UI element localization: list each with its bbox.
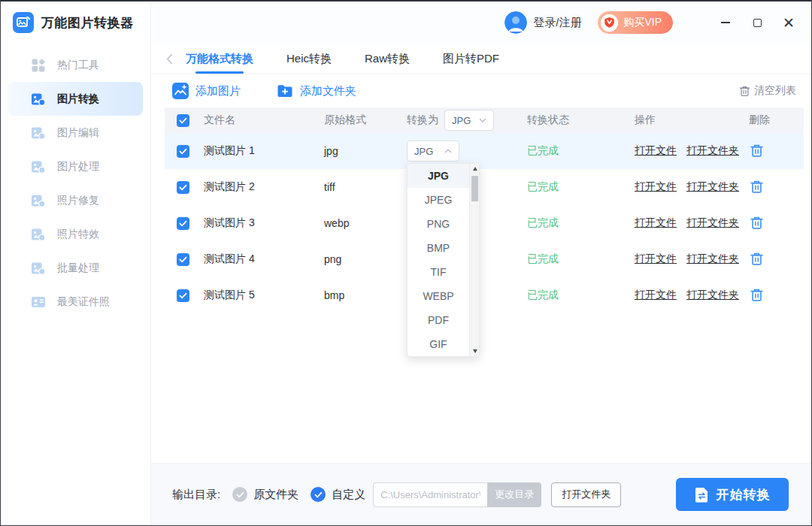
delete-row-button[interactable] (749, 215, 765, 231)
table-row: 测试图片 3 webp JPG 已完成 打开文件 打开文件夹 (165, 205, 804, 241)
sidebar-item-id-photo[interactable]: 最美证件照 (8, 285, 143, 319)
add-image-button[interactable]: 添加图片 (172, 83, 241, 99)
format-option-png[interactable]: PNG (408, 212, 469, 236)
row-checkbox[interactable] (177, 145, 189, 158)
row-format-select[interactable]: JPG (407, 141, 459, 162)
scrollbar-thumb[interactable] (471, 176, 478, 201)
table-row: 测试图片 4 png JPG 已完成 打开文件 打开文件夹 (165, 241, 804, 277)
tab-1[interactable]: Heic转换 (286, 44, 332, 74)
table-header: 文件名 原始格式 转换为 JPG 转换状态 操作 删除 (165, 107, 804, 133)
sidebar-nav: 热门工具 图片转换 图片编辑 图片处理 照片修复 (1, 44, 150, 319)
row-checkbox[interactable] (177, 253, 189, 266)
start-convert-button[interactable]: 开始转换 (676, 478, 789, 511)
back-button[interactable] (159, 44, 180, 74)
open-file-link[interactable]: 打开文件 (635, 180, 677, 194)
main-pane: 登录/注册 购买VIP ✕ 万能格式转换 (151, 2, 811, 525)
hot-tools-icon (31, 58, 46, 73)
tab-0[interactable]: 万能格式转换 (186, 44, 253, 74)
vip-shield-icon (601, 14, 618, 32)
row-checkbox[interactable] (177, 217, 189, 230)
batch-process-icon (31, 261, 46, 276)
add-image-icon (172, 83, 189, 99)
row-checkbox[interactable] (177, 289, 189, 302)
toolbar: 添加图片 添加文件夹 (151, 74, 811, 107)
sidebar-item-photo-repair[interactable]: 照片修复 (8, 183, 143, 217)
delete-row-button[interactable] (749, 179, 765, 195)
sidebar-item-label: 照片特效 (57, 228, 99, 241)
sidebar-item-image-edit[interactable]: 图片编辑 (8, 116, 143, 150)
open-folder-link[interactable]: 打开文件夹 (686, 252, 739, 266)
format-option-pdf[interactable]: PDF (408, 308, 469, 332)
status-badge: 已完成 (527, 180, 635, 194)
sidebar-item-label: 图片编辑 (57, 126, 99, 140)
global-format-select[interactable]: JPG (444, 110, 494, 131)
format-option-webp[interactable]: WEBP (408, 284, 469, 308)
delete-row-button[interactable] (749, 143, 765, 159)
format-option-gif[interactable]: GIF (408, 332, 469, 356)
trash-icon (749, 251, 765, 267)
status-badge: 已完成 (527, 216, 635, 230)
convert-doc-icon (695, 487, 709, 503)
sidebar-item-label: 图片处理 (57, 160, 99, 174)
scroll-up-arrow-icon[interactable] (470, 164, 480, 174)
minimize-button[interactable] (715, 12, 736, 33)
original-folder-label: 原文件夹 (253, 488, 298, 502)
add-folder-button[interactable]: 添加文件夹 (277, 83, 356, 98)
output-path-input[interactable] (373, 482, 487, 507)
tab-3[interactable]: 图片转PDF (443, 44, 499, 74)
buy-vip-button[interactable]: 购买VIP (598, 11, 673, 34)
add-folder-label: 添加文件夹 (300, 84, 356, 98)
format-option-jpeg[interactable]: JPEG (408, 188, 469, 212)
open-folder-link[interactable]: 打开文件夹 (686, 216, 739, 230)
open-folder-link[interactable]: 打开文件夹 (686, 144, 739, 158)
open-file-link[interactable]: 打开文件 (635, 289, 677, 302)
select-all-checkbox[interactable] (177, 114, 189, 127)
table-row: 测试图片 1 jpg JPG 已完成 打开文件 打开文件夹 (165, 133, 804, 169)
tab-2[interactable]: Raw转换 (365, 44, 410, 74)
sidebar-item-hot-tools[interactable]: 热门工具 (8, 48, 143, 82)
maximize-icon (753, 19, 762, 27)
chevron-left-icon (166, 53, 173, 65)
trash-icon (749, 179, 765, 195)
scroll-down-arrow-icon[interactable] (470, 346, 480, 356)
open-file-link[interactable]: 打开文件 (635, 216, 677, 230)
open-output-folder-button[interactable]: 打开文件夹 (551, 482, 621, 507)
maximize-button[interactable] (747, 12, 768, 33)
open-file-link[interactable]: 打开文件 (635, 144, 677, 158)
user-avatar-icon (504, 11, 527, 34)
open-folder-link[interactable]: 打开文件夹 (686, 180, 739, 194)
app-logo-row: 万能图片转换器 (1, 2, 150, 44)
sidebar-item-photo-effect[interactable]: 照片特效 (8, 217, 143, 251)
col-convert-to: 转换为 (407, 113, 438, 127)
clear-list-button[interactable]: 清空列表 (738, 84, 796, 98)
dropdown-scrollbar[interactable] (469, 164, 479, 356)
vip-label: 购买VIP (623, 16, 662, 29)
format-option-bmp[interactable]: BMP (408, 236, 469, 260)
sidebar-item-label: 热门工具 (57, 59, 99, 72)
format-option-jpg[interactable]: JPG (408, 164, 469, 188)
tabbar: 万能格式转换Heic转换Raw转换图片转PDF (151, 44, 811, 74)
sidebar-item-image-process[interactable]: 图片处理 (8, 150, 143, 183)
sidebar-item-image-convert[interactable]: 图片转换 (8, 82, 143, 116)
login-button[interactable]: 登录/注册 (504, 11, 581, 34)
change-dir-button[interactable]: 更改目录 (487, 482, 541, 507)
delete-row-button[interactable] (749, 287, 765, 304)
row-checkbox[interactable] (177, 181, 189, 194)
photo-effect-icon (31, 227, 46, 242)
col-source-format: 原始格式 (324, 113, 407, 127)
original-folder-option[interactable]: 原文件夹 (232, 487, 298, 502)
delete-row-button[interactable] (749, 251, 765, 268)
open-folder-link[interactable]: 打开文件夹 (686, 289, 739, 302)
open-file-link[interactable]: 打开文件 (635, 252, 677, 266)
login-label: 登录/注册 (533, 16, 581, 30)
custom-dir-option[interactable]: 自定义 (311, 487, 365, 502)
file-name: 测试图片 5 (204, 289, 324, 302)
file-name: 测试图片 3 (204, 216, 324, 230)
trash-icon (749, 287, 765, 303)
format-option-tif[interactable]: TIF (408, 260, 469, 284)
close-button[interactable]: ✕ (778, 12, 799, 33)
sidebar-item-batch-process[interactable]: 批量处理 (8, 251, 143, 285)
photo-repair-icon (31, 193, 46, 208)
chevron-icon (444, 149, 452, 153)
status-badge: 已完成 (527, 252, 635, 266)
